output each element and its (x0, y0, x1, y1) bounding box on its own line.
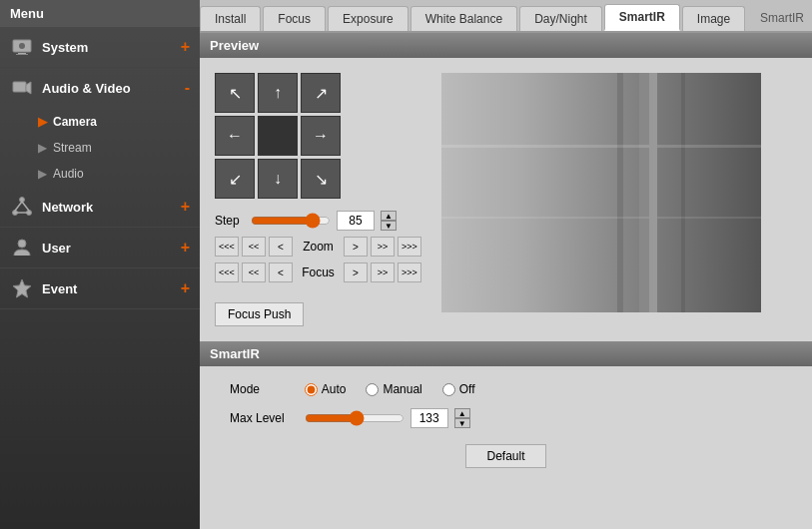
focus-near-near-btn[interactable]: >> (371, 263, 395, 282)
user-icon (10, 236, 34, 260)
step-slider[interactable] (251, 213, 331, 229)
network-toggle[interactable]: + (181, 198, 190, 216)
camera-image (441, 73, 761, 312)
maxlevel-slider[interactable] (305, 410, 405, 426)
sidebar-sub-stream[interactable]: ▶ Stream (0, 135, 200, 161)
dir-e-btn[interactable]: → (301, 116, 341, 156)
audio-label: Audio (53, 167, 84, 181)
focus-near-btn[interactable]: > (344, 263, 368, 282)
tab-day-night[interactable]: Day/Night (519, 6, 602, 31)
mode-row: Mode Auto Manual (220, 376, 485, 402)
svg-point-3 (19, 43, 25, 49)
av-icon (10, 76, 34, 100)
zoom-far-far-btn[interactable]: << (242, 237, 266, 257)
main-content: Install Focus Exposure White Balance Day… (200, 0, 812, 529)
svg-line-9 (15, 202, 22, 211)
camera-arrow: ▶ (38, 115, 47, 129)
step-value-input[interactable] (337, 211, 375, 231)
maxlevel-down-btn[interactable]: ▼ (454, 418, 470, 428)
mode-auto-radio[interactable] (305, 383, 318, 396)
focus-push-row: Focus Push (215, 292, 304, 326)
focus-label: Focus (296, 265, 341, 279)
tab-corner-label: SmartIR (752, 7, 812, 29)
preview-section: ↖ ↑ ↗ ← → ↙ ↓ ↘ Step ▲ (200, 58, 812, 341)
camera-label: Camera (53, 115, 97, 129)
dir-w-btn[interactable]: ← (215, 116, 255, 156)
zoom-near-btn[interactable]: > (344, 237, 368, 257)
sidebar-sub-audio[interactable]: ▶ Audio (0, 161, 200, 187)
mode-manual-label: Manual (383, 382, 421, 396)
dir-center-btn[interactable] (258, 116, 298, 156)
focus-push-btn[interactable]: Focus Push (215, 302, 304, 326)
sidebar: Menu System + Audio & Video - ▶ Camera (0, 0, 200, 529)
stream-arrow: ▶ (38, 141, 47, 155)
mode-label-cell: Mode (220, 376, 295, 402)
mode-auto-option[interactable]: Auto (305, 382, 347, 396)
user-label: User (42, 241, 181, 256)
dir-nw-btn[interactable]: ↖ (215, 73, 255, 113)
dir-ne-btn[interactable]: ↗ (301, 73, 341, 113)
tab-focus[interactable]: Focus (263, 6, 326, 31)
smartir-section: Mode Auto Manual (200, 366, 812, 488)
tab-image[interactable]: Image (682, 6, 745, 31)
step-up-btn[interactable]: ▲ (381, 211, 397, 221)
max-level-label-cell: Max Level (220, 402, 295, 434)
max-level-controls: ▲ ▼ (305, 408, 475, 428)
mode-off-radio[interactable] (442, 383, 455, 396)
content-area: Preview ↖ ↑ ↗ ← → ↙ ↓ ↘ (200, 33, 812, 529)
camera-preview (441, 73, 761, 312)
av-toggle[interactable]: - (185, 79, 190, 97)
preview-label: Preview (210, 38, 259, 53)
step-down-btn[interactable]: ▼ (381, 221, 397, 231)
zoom-far-far-far-btn[interactable]: <<< (215, 237, 239, 257)
maxlevel-spinners: ▲ ▼ (454, 408, 470, 428)
sidebar-header: Menu (0, 0, 200, 27)
dir-n-btn[interactable]: ↑ (258, 73, 298, 113)
focus-far-btn[interactable]: < (269, 263, 293, 282)
maxlevel-up-btn[interactable]: ▲ (454, 408, 470, 418)
tab-white-balance[interactable]: White Balance (410, 6, 517, 31)
focus-near-near-near-btn[interactable]: >>> (398, 263, 421, 282)
system-toggle[interactable]: + (181, 38, 190, 56)
network-label: Network (42, 200, 181, 215)
event-toggle[interactable]: + (181, 279, 190, 297)
focus-far-far-far-btn[interactable]: <<< (215, 263, 239, 282)
default-btn[interactable]: Default (465, 444, 545, 468)
maxlevel-value-input[interactable] (410, 408, 448, 428)
stream-label: Stream (53, 141, 92, 155)
dir-sw-btn[interactable]: ↙ (215, 159, 255, 199)
mode-auto-label: Auto (322, 382, 347, 396)
mode-off-option[interactable]: Off (442, 382, 475, 396)
sidebar-item-network[interactable]: Network + (0, 187, 200, 228)
system-label: System (42, 40, 181, 55)
audio-arrow: ▶ (38, 167, 47, 181)
sidebar-item-audio-video[interactable]: Audio & Video - (0, 68, 200, 109)
svg-line-10 (22, 202, 29, 211)
preview-section-header: Preview (200, 33, 812, 58)
zoom-far-btn[interactable]: < (269, 237, 293, 257)
focus-far-far-btn[interactable]: << (242, 263, 266, 282)
sidebar-sub-camera[interactable]: ▶ Camera (0, 109, 200, 135)
zoom-near-near-near-btn[interactable]: >>> (398, 237, 421, 257)
svg-point-6 (20, 198, 25, 203)
svg-point-12 (18, 240, 26, 248)
dir-se-btn[interactable]: ↘ (301, 159, 341, 199)
tab-exposure[interactable]: Exposure (328, 6, 408, 31)
max-level-row: Max Level ▲ ▼ (220, 402, 485, 434)
mode-manual-option[interactable]: Manual (366, 382, 421, 396)
tab-install[interactable]: Install (200, 6, 261, 31)
zoom-near-near-btn[interactable]: >> (371, 237, 395, 257)
mode-radio-group: Auto Manual Off (305, 382, 475, 396)
max-level-controls-cell: ▲ ▼ (295, 402, 485, 434)
network-icon (10, 195, 34, 219)
mode-manual-radio[interactable] (366, 383, 379, 396)
preview-controls: ↖ ↑ ↗ ← → ↙ ↓ ↘ Step ▲ (215, 73, 421, 326)
event-label: Event (42, 281, 181, 296)
sidebar-item-user[interactable]: User + (0, 228, 200, 268)
user-toggle[interactable]: + (181, 239, 190, 257)
tab-smartir[interactable]: SmartIR (604, 4, 680, 31)
smartir-table: Mode Auto Manual (220, 376, 485, 434)
dir-s-btn[interactable]: ↓ (258, 159, 298, 199)
sidebar-item-event[interactable]: Event + (0, 268, 200, 309)
sidebar-item-system[interactable]: System + (0, 27, 200, 68)
